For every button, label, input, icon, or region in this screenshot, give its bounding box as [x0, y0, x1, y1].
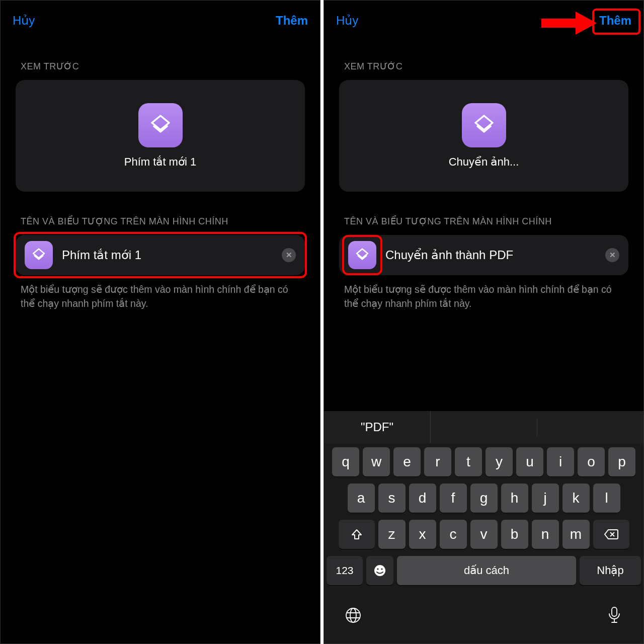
prediction-item-empty[interactable] [537, 418, 643, 436]
key-w[interactable]: w [363, 447, 390, 476]
key-q[interactable]: q [332, 447, 359, 476]
hint-text: Một biểu tượng sẽ được thêm vào màn hình… [1, 275, 320, 318]
key-y[interactable]: y [486, 447, 513, 476]
preview-card: Phím tắt mới 1 [16, 80, 305, 192]
preview-name-label: Phím tắt mới 1 [124, 155, 196, 169]
keyboard-bottom-row [324, 595, 643, 643]
prediction-bar: "PDF" [324, 411, 643, 443]
key-r[interactable]: r [424, 447, 451, 476]
key-h[interactable]: h [501, 484, 528, 513]
key-e[interactable]: e [393, 447, 421, 476]
svg-point-6 [350, 608, 356, 622]
svg-rect-7 [612, 607, 617, 616]
numbers-key[interactable]: 123 [327, 556, 363, 585]
key-n[interactable]: n [532, 520, 559, 549]
navbar: Hủy Thêm [324, 1, 643, 37]
prediction-item-empty[interactable] [431, 418, 537, 436]
prediction-item[interactable]: "PDF" [324, 411, 431, 443]
add-button[interactable]: Thêm [276, 14, 308, 28]
shift-key[interactable] [339, 520, 375, 549]
preview-card: Chuyển ảnh... [339, 80, 628, 192]
key-row-2: asdfghjkl [327, 484, 641, 513]
name-icon-header: TÊN VÀ BIỂU TƯỢNG TRÊN MÀN HÌNH CHÍNH [324, 216, 643, 227]
shortcut-name-input[interactable] [385, 248, 596, 262]
emoji-key[interactable] [366, 556, 393, 585]
key-z[interactable]: z [378, 520, 406, 549]
add-button[interactable]: Thêm [599, 14, 631, 28]
preview-header: XEM TRƯỚC [1, 61, 320, 72]
screen-right: Hủy Thêm XEM TRƯỚC Chuyển ảnh... TÊN VÀ … [324, 0, 644, 644]
svg-point-4 [381, 568, 382, 570]
key-l[interactable]: l [593, 484, 620, 513]
keyboard: "PDF" qwertyuiop asdfghjkl zxcvbnm 123 [324, 411, 643, 643]
key-x[interactable]: x [409, 520, 436, 549]
name-icon-header: TÊN VÀ BIỂU TƯỢNG TRÊN MÀN HÌNH CHÍNH [1, 216, 320, 227]
key-k[interactable]: k [562, 484, 590, 513]
key-s[interactable]: s [378, 484, 406, 513]
globe-icon[interactable] [344, 606, 362, 624]
key-u[interactable]: u [516, 447, 543, 476]
clear-text-button[interactable] [605, 248, 619, 262]
hint-text: Một biểu tượng sẽ được thêm vào màn hình… [324, 275, 643, 318]
key-c[interactable]: c [440, 520, 467, 549]
preview-name-label: Chuyển ảnh... [449, 155, 519, 169]
key-t[interactable]: t [455, 447, 482, 476]
key-row-1: qwertyuiop [327, 447, 641, 476]
mic-icon[interactable] [605, 606, 623, 624]
space-key[interactable]: dấu cách [397, 556, 576, 585]
screen-left: Hủy Thêm XEM TRƯỚC Phím tắt mới 1 TÊN VÀ… [0, 0, 320, 644]
cancel-button[interactable]: Hủy [13, 14, 35, 28]
key-a[interactable]: a [348, 484, 375, 513]
shortcuts-app-icon [138, 103, 183, 147]
name-input-card [16, 235, 305, 275]
key-f[interactable]: f [440, 484, 467, 513]
svg-point-5 [346, 608, 360, 622]
enter-key[interactable]: Nhập [580, 556, 641, 585]
svg-point-2 [374, 565, 385, 576]
key-g[interactable]: g [470, 484, 498, 513]
key-o[interactable]: o [578, 447, 605, 476]
shortcut-icon-button[interactable] [348, 241, 376, 269]
key-row-4: 123 dấu cách Nhập [327, 556, 641, 585]
navbar: Hủy Thêm [1, 1, 320, 37]
cancel-button[interactable]: Hủy [336, 14, 358, 28]
key-d[interactable]: d [409, 484, 436, 513]
preview-header: XEM TRƯỚC [324, 61, 643, 72]
name-input-card [339, 235, 628, 275]
clear-text-button[interactable] [282, 248, 296, 262]
backspace-key[interactable] [593, 520, 629, 549]
key-v[interactable]: v [470, 520, 498, 549]
key-p[interactable]: p [608, 447, 635, 476]
key-j[interactable]: j [532, 484, 559, 513]
key-m[interactable]: m [562, 520, 590, 549]
shortcut-icon-button[interactable] [25, 241, 53, 269]
key-b[interactable]: b [501, 520, 528, 549]
svg-point-3 [377, 568, 378, 570]
key-i[interactable]: i [547, 447, 574, 476]
shortcut-name-input[interactable] [62, 248, 273, 262]
key-row-3: zxcvbnm [327, 520, 641, 549]
shortcuts-app-icon [462, 103, 506, 147]
